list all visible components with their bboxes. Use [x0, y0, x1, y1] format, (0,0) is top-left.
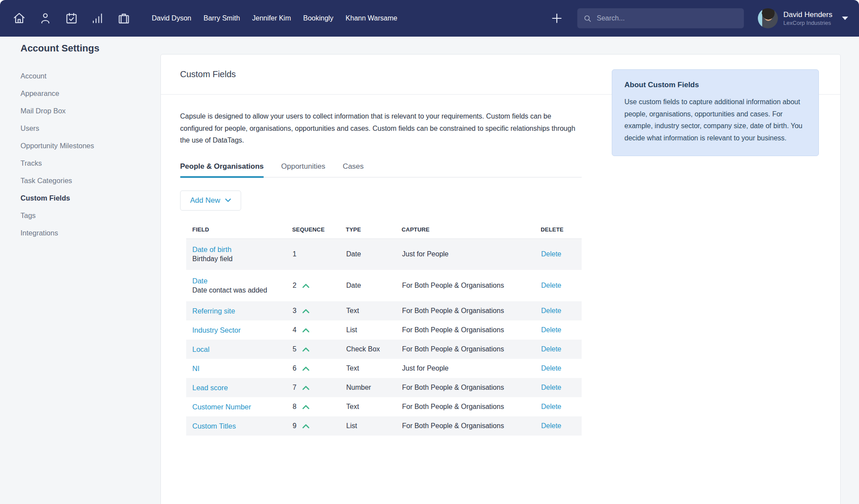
field-type: Date [346, 238, 402, 270]
col-delete: DELETE [541, 222, 582, 239]
add-new-button[interactable]: Add New [180, 191, 241, 211]
field-capture: For Both People & Organisations [402, 416, 541, 436]
search-input[interactable] [596, 14, 738, 23]
sidebar-item-integrations[interactable]: Integrations [20, 224, 160, 242]
chevron-up-icon[interactable] [302, 366, 310, 371]
field-link-date-of-birth[interactable]: Date of birth [192, 245, 232, 253]
people-icon[interactable] [37, 10, 53, 26]
avatar [758, 8, 778, 28]
sequence-number: 2 [293, 282, 297, 289]
field-type: List [346, 416, 402, 436]
sidebar-item-custom-fields[interactable]: Custom Fields [20, 189, 160, 207]
delete-link-custom-titles[interactable]: Delete [541, 422, 561, 429]
add-new-label: Add New [190, 196, 220, 205]
calendar-icon[interactable] [64, 10, 79, 26]
field-link-industry-sector[interactable]: Industry Sector [192, 326, 241, 334]
about-title: About Custom Fields [624, 81, 806, 89]
field-capture: For Both People & Organisations [402, 270, 541, 301]
global-search[interactable] [577, 8, 744, 28]
tab-cases[interactable]: Cases [343, 162, 364, 177]
chevron-up-icon[interactable] [302, 328, 310, 333]
delete-link-date[interactable]: Delete [541, 282, 561, 289]
nav-link-jennifer-kim[interactable]: Jennifer Kim [252, 14, 291, 22]
sidebar-item-appearance[interactable]: Appearance [20, 85, 160, 102]
field-row-industry-sector: Industry Sector4ListFor Both People & Or… [186, 320, 582, 340]
col-type: TYPE [346, 222, 402, 239]
sidebar-item-account[interactable]: Account [20, 67, 160, 85]
sidebar-item-tags[interactable]: Tags [20, 207, 160, 224]
field-link-referring-site[interactable]: Referring site [192, 307, 235, 315]
sidebar-item-opportunity-milestones[interactable]: Opportunity Milestones [20, 137, 160, 154]
field-capture: Just for People [402, 359, 541, 378]
entity-tabs: People & OrganisationsOpportunitiesCases [180, 162, 582, 177]
field-capture: For Both People & Organisations [402, 340, 541, 359]
chevron-up-icon[interactable] [302, 405, 310, 409]
sequence-number: 6 [293, 364, 297, 372]
field-type: Text [346, 301, 402, 320]
table-header-row: FIELD SEQUENCE TYPE CAPTURE DELETE [186, 222, 582, 239]
user-menu[interactable]: David Henders LexCorp Industries [758, 8, 848, 28]
field-capture: For Both People & Organisations [402, 320, 541, 340]
col-field: FIELD [186, 222, 292, 239]
field-row-referring-site: Referring site3TextFor Both People & Org… [186, 301, 582, 320]
delete-link-local[interactable]: Delete [541, 345, 561, 353]
search-icon [583, 14, 592, 23]
field-link-lead-score[interactable]: Lead score [192, 384, 228, 392]
delete-link-lead-score[interactable]: Delete [541, 384, 561, 391]
field-link-local[interactable]: Local [192, 345, 209, 353]
delete-link-industry-sector[interactable]: Delete [541, 326, 561, 334]
chevron-up-icon[interactable] [302, 283, 310, 288]
intro-text: Capsule is designed to allow your users … [180, 110, 582, 146]
field-link-ni[interactable]: NI [192, 364, 200, 372]
nav-link-barry-smith[interactable]: Barry Smith [204, 14, 240, 22]
sidebar-item-tracks[interactable]: Tracks [20, 154, 160, 172]
sequence-number: 7 [293, 384, 297, 392]
top-navbar: David DysonBarry SmithJennifer KimBookin… [0, 0, 859, 37]
field-link-customer-number[interactable]: Customer Number [192, 403, 251, 411]
field-capture: For Both People & Organisations [402, 301, 541, 320]
sequence-number: 9 [293, 422, 297, 430]
delete-link-customer-number[interactable]: Delete [541, 403, 561, 410]
field-type: List [346, 320, 402, 340]
field-row-date-of-birth: Date of birthBirthday field1DateJust for… [186, 238, 582, 270]
field-type: Check Box [346, 340, 402, 359]
home-icon[interactable] [11, 10, 27, 26]
add-icon[interactable] [551, 13, 562, 24]
nav-link-david-dyson[interactable]: David Dyson [152, 14, 191, 22]
delete-link-ni[interactable]: Delete [541, 364, 561, 372]
field-link-custom-titles[interactable]: Custom Titles [192, 422, 236, 430]
chevron-up-icon[interactable] [302, 424, 310, 429]
user-identity: David Henders LexCorp Industries [784, 10, 832, 27]
sequence-number: 4 [293, 326, 297, 334]
primary-nav-icons [11, 10, 132, 26]
sequence-number: 1 [293, 250, 297, 258]
nav-link-khann-warsame[interactable]: Khann Warsame [346, 14, 398, 22]
sidebar-item-users[interactable]: Users [20, 119, 160, 137]
chevron-up-icon[interactable] [302, 385, 310, 390]
settings-nav-list: AccountAppearanceMail Drop BoxUsersOppor… [20, 67, 160, 242]
sequence-number: 5 [293, 345, 297, 353]
sidebar-item-mail-drop-box[interactable]: Mail Drop Box [20, 102, 160, 119]
chevron-up-icon[interactable] [302, 309, 310, 313]
field-row-ni: NI6TextJust for PeopleDelete [186, 359, 582, 378]
caret-down-icon[interactable] [842, 17, 848, 20]
custom-fields-table: FIELD SEQUENCE TYPE CAPTURE DELETE Date … [186, 222, 582, 436]
cases-icon[interactable] [116, 10, 132, 26]
chevron-up-icon[interactable] [302, 347, 310, 352]
field-link-date[interactable]: Date [192, 277, 208, 285]
delete-link-referring-site[interactable]: Delete [541, 307, 561, 314]
navbar-right-group: David Henders LexCorp Industries [551, 8, 848, 28]
field-description: Date contact was added [192, 286, 292, 294]
field-row-custom-titles: Custom Titles9ListFor Both People & Orga… [186, 416, 582, 436]
reports-icon[interactable] [90, 10, 106, 26]
sidebar-item-task-categories[interactable]: Task Categories [20, 172, 160, 189]
sequence-number: 8 [293, 403, 297, 411]
delete-link-date-of-birth[interactable]: Delete [541, 250, 561, 258]
field-type: Date [346, 270, 402, 301]
tab-people-organisations[interactable]: People & Organisations [180, 162, 264, 177]
nav-link-bookingly[interactable]: Bookingly [303, 14, 333, 22]
tab-opportunities[interactable]: Opportunities [281, 162, 325, 177]
user-org: LexCorp Industries [784, 20, 832, 27]
chevron-down-icon [225, 198, 231, 202]
settings-sidebar: Account Settings AccountAppearanceMail D… [0, 37, 160, 242]
